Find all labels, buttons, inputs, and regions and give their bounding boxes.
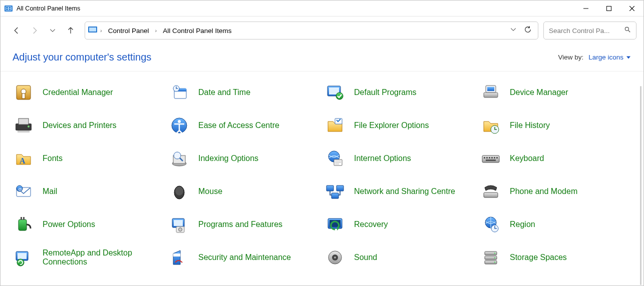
item-label: Recovery [354,220,388,229]
mail-icon [13,180,35,202]
item-label: Default Programs [354,88,417,97]
control-panel-item[interactable]: File History [480,112,631,140]
minimize-button[interactable] [574,0,597,16]
address-icon [88,26,97,36]
item-label: Credential Manager [43,88,113,97]
devices-printers-icon [13,114,35,136]
control-panel-item[interactable]: File Explorer Options [324,112,476,140]
window-title: All Control Panel Items [17,5,80,12]
storage-spaces-icon [480,246,502,268]
svg-point-12 [625,27,628,30]
search-icon[interactable] [624,26,631,35]
control-panel-item[interactable]: Storage Spaces [480,244,631,272]
nav-back-button[interactable] [8,22,26,40]
titlebar-left: All Control Panel Items [5,4,80,12]
item-label: Ease of Access Centre [198,121,279,130]
control-panel-item[interactable]: Internet Options [324,144,476,172]
control-panel-item[interactable]: Indexing Options [168,144,320,172]
control-panel-item[interactable]: Mail [13,178,164,206]
control-panel-item[interactable]: Keyboard [480,144,631,172]
item-label: Fonts [43,154,63,163]
items-grid: Credential ManagerDate and TimeDefault P… [1,72,643,272]
item-label: Network and Sharing Centre [354,187,455,196]
breadcrumb-leaf[interactable]: All Control Panel Items [160,26,234,36]
control-panel-item[interactable]: Phone and Modem [480,178,631,206]
page-title: Adjust your computer's settings [13,52,151,63]
control-panel-item[interactable]: Network and Sharing Centre [324,178,476,206]
control-panel-item[interactable]: Recovery [324,210,476,238]
remoteapp-icon [13,246,35,268]
power-options-icon [13,214,35,236]
control-panel-item[interactable]: Default Programs [324,78,476,106]
maximize-button[interactable] [597,0,620,16]
control-panel-item[interactable]: Fonts [13,144,164,172]
svg-line-13 [628,30,630,32]
control-panel-item[interactable]: RemoteApp and Desktop Connections [13,244,164,272]
date-time-icon [168,82,190,104]
item-label: File History [510,121,550,130]
nav-up-button[interactable] [62,22,80,40]
phone-modem-icon [480,180,502,202]
control-panel-item[interactable]: Ease of Access Centre [168,112,320,140]
view-by-label: View by: [558,54,583,61]
control-panel-icon [5,4,13,12]
fonts-icon [13,148,35,170]
breadcrumb-root[interactable]: Control Panel [105,26,152,36]
item-label: Internet Options [354,154,411,163]
svg-rect-5 [9,8,11,10]
control-panel-item[interactable]: Security and Maintenance [168,244,320,272]
scrollbar[interactable] [638,86,643,285]
recovery-icon [324,214,346,236]
control-panel-item[interactable]: Mouse [168,178,320,206]
item-label: Power Options [43,220,95,229]
sound-icon [324,246,346,268]
credential-manager-icon [13,82,35,104]
control-panel-item[interactable]: Region [480,210,631,238]
item-label: Device Manager [510,88,568,97]
close-button[interactable] [620,0,643,16]
search-box[interactable] [543,22,636,40]
search-input[interactable] [549,27,620,34]
item-label: Region [510,220,535,229]
item-label: Phone and Modem [510,187,577,196]
control-panel-item[interactable]: Device Manager [480,78,631,106]
network-sharing-icon [324,180,346,202]
control-panel-item[interactable]: Sound [324,244,476,272]
view-by: View by: Large icons [558,54,630,61]
control-panel-item[interactable]: Devices and Printers [13,112,164,140]
control-panel-item[interactable]: Programs and Features [168,210,320,238]
file-explorer-options-icon [324,114,346,136]
control-panel-item[interactable]: Credential Manager [13,78,164,106]
item-label: RemoteApp and Desktop Connections [43,248,164,267]
internet-options-icon [324,148,346,170]
svg-rect-2 [6,7,8,8]
item-label: Storage Spaces [510,253,567,262]
item-label: Keyboard [510,154,544,163]
content-header: Adjust your computer's settings View by:… [1,44,643,72]
security-maintenance-icon [168,246,190,268]
window: All Control Panel Items [0,0,644,286]
programs-features-icon [168,214,190,236]
item-label: Mouse [198,187,222,196]
control-panel-item[interactable]: Power Options [13,210,164,238]
item-label: Security and Maintenance [198,253,291,262]
address-dropdown-button[interactable] [510,26,517,35]
address-bar[interactable]: › Control Panel › All Control Panel Item… [85,22,538,40]
chevron-down-icon [626,56,630,60]
svg-rect-7 [607,6,611,10]
view-by-value-text: Large icons [588,54,623,61]
nav-recent-button[interactable] [44,22,62,40]
keyboard-icon [480,148,502,170]
control-panel-item[interactable]: Date and Time [168,78,320,106]
nav-arrows [8,22,80,40]
window-controls [574,0,643,16]
nav-forward-button[interactable] [26,22,44,40]
item-label: Devices and Printers [43,121,117,130]
item-label: File Explorer Options [354,121,429,130]
chevron-right-icon[interactable]: › [100,28,102,34]
chevron-right-icon[interactable]: › [155,28,157,34]
refresh-button[interactable] [524,26,532,36]
default-programs-icon [324,82,346,104]
navbar: › Control Panel › All Control Panel Item… [1,16,643,44]
view-by-value[interactable]: Large icons [588,54,630,61]
